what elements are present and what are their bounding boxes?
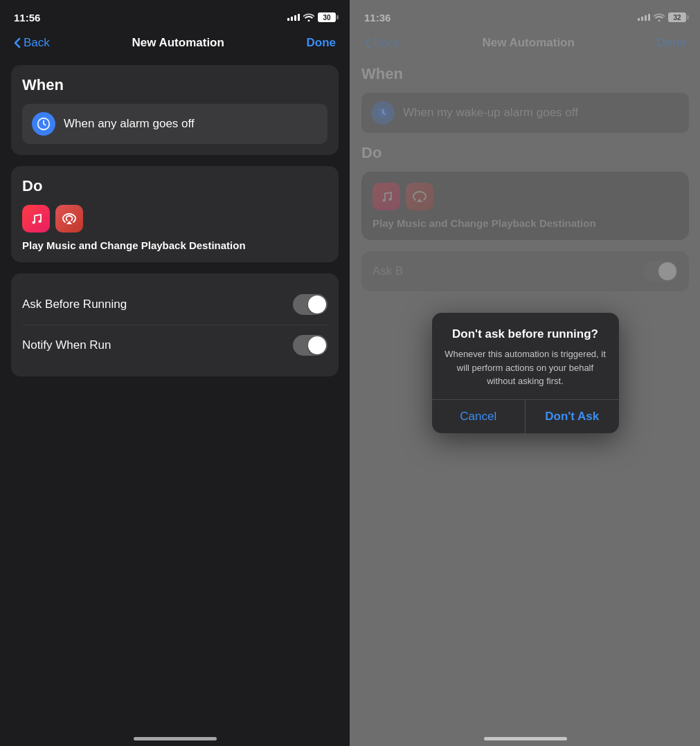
when-section: When When any alarm goes off [11,65,339,155]
signal-icon [287,14,300,21]
dialog-dont-ask-button[interactable]: Don't Ask [525,400,619,433]
left-content: When When any alarm goes off Do [0,58,350,394]
toggle-knob-notify [308,336,326,354]
dialog-overlay: Don't ask before running? Whenever this … [350,0,700,746]
do-label: Do [22,177,327,195]
notify-when-run-label: Notify When Run [22,338,111,352]
svg-point-3 [39,220,42,223]
left-status-bar: 11:56 30 [0,0,350,30]
nav-title: New Automation [132,36,224,50]
left-status-icons: 30 [287,12,336,22]
left-status-time: 11:56 [14,12,40,24]
right-home-indicator [484,737,567,740]
airplay-app-icon [55,205,83,233]
dialog-title: Don't ask before running? [443,327,608,342]
battery-level: 30 [323,14,330,21]
right-phone-screen: 11:36 32 [350,0,700,746]
ask-before-running-toggle[interactable] [293,294,327,315]
when-trigger-row[interactable]: When any alarm goes off [22,104,327,144]
left-nav-bar: Back New Automation Done [0,30,350,58]
left-battery-icon: 30 [318,12,336,22]
app-icons [22,205,327,233]
wifi-icon [303,13,314,21]
ask-before-running-label: Ask Before Running [22,298,127,311]
music-app-icon [22,205,50,233]
notify-when-run-toggle[interactable] [293,335,327,356]
clock-svg [36,116,51,131]
back-button[interactable]: Back [14,36,50,50]
do-section: Do Play Music and Chan [11,166,339,262]
dialog-buttons: Cancel Don't Ask [432,399,619,433]
dialog-content: Don't ask before running? Whenever this … [432,313,619,399]
home-indicator [134,737,217,740]
dialog-cancel-button[interactable]: Cancel [432,400,526,433]
svg-point-2 [33,221,35,224]
dialog-message: Whenever this automation is triggered, i… [443,347,608,388]
dont-ask-dialog: Don't ask before running? Whenever this … [432,313,619,433]
done-button[interactable]: Done [307,36,336,50]
toggle-knob-ask [308,295,326,313]
ask-before-running-row: Ask Before Running [22,284,327,325]
when-trigger-text: When any alarm goes off [64,117,195,131]
chevron-left-icon [14,37,21,48]
left-phone-screen: 11:56 30 Back New Automa [0,0,350,746]
notify-when-run-row: Notify When Run [22,325,327,365]
back-label: Back [24,36,50,50]
action-title: Play Music and Change Playback Destinati… [22,239,327,251]
clock-icon [32,112,55,136]
toggles-section: Ask Before Running Notify When Run [11,273,339,376]
when-label: When [22,76,327,94]
